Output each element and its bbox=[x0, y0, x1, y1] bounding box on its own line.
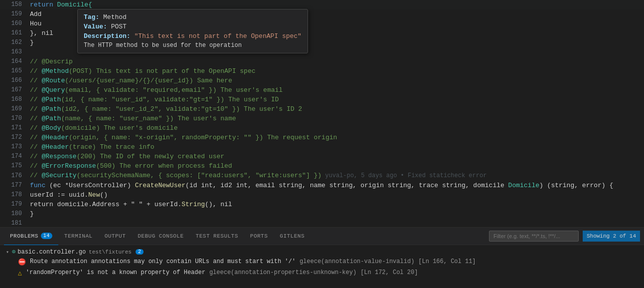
tab-debug-console[interactable]: DEBUG CONSOLE bbox=[132, 228, 189, 245]
line-content: return Domicile{ bbox=[30, 0, 640, 9]
line-number: 168 bbox=[4, 95, 22, 104]
line-number: 180 bbox=[4, 209, 22, 219]
line-content: // @Header(origin, { name: "x-origin", r… bbox=[30, 133, 640, 142]
line-number: 176 bbox=[4, 171, 22, 181]
tooltip-desc-label: Description: bbox=[84, 32, 131, 40]
line-number: 171 bbox=[4, 123, 22, 133]
tab-badge: 14 bbox=[41, 233, 52, 239]
line-number: 179 bbox=[4, 200, 22, 209]
tab-test-results[interactable]: TEST RESULTS bbox=[190, 228, 244, 245]
tab-label: TERMINAL bbox=[64, 233, 93, 239]
line-number: 159 bbox=[4, 9, 22, 19]
line-content: // @Method(POST) This text is not part o… bbox=[30, 66, 640, 76]
tab-problems[interactable]: PROBLEMS14 bbox=[4, 228, 58, 245]
line-content: // @Body(domicile) The user's domicile bbox=[30, 123, 640, 133]
code-line: 166// @Route(/users/{user_name}/{}/{user… bbox=[0, 76, 644, 85]
tab-output[interactable]: OUTPUT bbox=[99, 228, 132, 245]
code-line: 173// @Header(trace) The trace info bbox=[0, 142, 644, 152]
tooltip-desc-row: Description: "This text is not part of t… bbox=[84, 32, 302, 40]
line-number: 160 bbox=[4, 19, 22, 28]
line-content: // @Security(securitySchemaName, { scope… bbox=[30, 171, 640, 181]
problem-message: 'randomProperty' is not a known property… bbox=[26, 269, 205, 276]
code-line: 181 bbox=[0, 219, 644, 227]
problem-code: gleece(annotation-value-invalid) bbox=[300, 258, 414, 265]
tooltip-desc-text: "This text is not part of the OpenAPI sp… bbox=[134, 32, 301, 40]
code-line: 171// @Body(domicile) The user's domicil… bbox=[0, 123, 644, 133]
problem-row[interactable]: △'randomProperty' is not a known propert… bbox=[0, 268, 644, 279]
line-number: 164 bbox=[4, 57, 22, 66]
line-content: // @Header(trace) The trace info bbox=[30, 142, 640, 152]
tab-label: PORTS bbox=[250, 233, 268, 239]
tab-label: PROBLEMS bbox=[10, 233, 38, 239]
tab-label: TEST RESULTS bbox=[196, 233, 238, 239]
problem-code: gleece(annotation-properties-unknown-key… bbox=[209, 269, 356, 276]
tab-ports[interactable]: PORTS bbox=[244, 228, 274, 245]
line-number: 167 bbox=[4, 85, 22, 95]
file-icon: ⊙ bbox=[12, 248, 15, 256]
problem-location: [Ln 172, Col 20] bbox=[360, 269, 418, 276]
showing-count: Showing 2 of 14 bbox=[583, 231, 640, 242]
code-line: 158 return Domicile{ bbox=[0, 0, 644, 9]
problem-rows: ⛔Route annotation annotations may only c… bbox=[0, 257, 644, 279]
line-number: 170 bbox=[4, 114, 22, 123]
line-number: 162 bbox=[4, 38, 22, 47]
code-line: 174// @Response(200) The ID of the newly… bbox=[0, 152, 644, 161]
problems-panel: ▾ ⊙ basic.controller.go test\fixtures 2 … bbox=[0, 245, 644, 288]
code-line: 169// @Path(id2, { name: "user_id_2", va… bbox=[0, 104, 644, 114]
line-content: func (ec *UsersController) CreateNewUser… bbox=[30, 181, 640, 190]
code-line: 177func (ec *UsersController) CreateNewU… bbox=[0, 181, 644, 190]
code-line: 165// @Method(POST) This text is not par… bbox=[0, 66, 644, 76]
file-problem-count: 2 bbox=[136, 249, 144, 255]
hover-tooltip: Tag: Method Value: POST Description: "Th… bbox=[77, 9, 308, 53]
code-line: 168// @Path(id, { name: "user_id", valid… bbox=[0, 95, 644, 104]
tab-label: DEBUG CONSOLE bbox=[138, 233, 183, 239]
tooltip-tag-value: Method bbox=[103, 13, 127, 21]
code-editor[interactable]: 158 return Domicile{159 Add160 Hou161 },… bbox=[0, 0, 644, 227]
tooltip-value-label: Value: bbox=[84, 23, 107, 30]
line-number: 178 bbox=[4, 190, 22, 200]
error-icon: ⛔ bbox=[18, 258, 26, 266]
code-line: 175// @ErrorResponse(500) The error when… bbox=[0, 161, 644, 171]
line-number: 175 bbox=[4, 161, 22, 171]
tab-label: OUTPUT bbox=[105, 233, 126, 239]
line-content: return domicile.Address + " " + userId.S… bbox=[30, 200, 640, 209]
line-number: 165 bbox=[4, 66, 22, 76]
panel-tab-bar: PROBLEMS14TERMINALOUTPUTDEBUG CONSOLETES… bbox=[0, 228, 644, 245]
problem-row[interactable]: ⛔Route annotation annotations may only c… bbox=[0, 257, 644, 268]
file-name: basic.controller.go bbox=[17, 249, 86, 256]
tab-label: GITLENS bbox=[280, 233, 305, 239]
line-content: // @Path(id2, { name: "user_id_2", valid… bbox=[30, 104, 640, 114]
line-content: // @Path(id, { name: "user_id", validate… bbox=[30, 95, 640, 104]
filter-input[interactable] bbox=[489, 231, 579, 242]
code-line: 179 return domicile.Address + " " + user… bbox=[0, 200, 644, 209]
line-number: 169 bbox=[4, 104, 22, 114]
code-line: 170// @Path(name, { name: "user_name" })… bbox=[0, 114, 644, 123]
bottom-panel: PROBLEMS14TERMINALOUTPUTDEBUG CONSOLETES… bbox=[0, 227, 644, 288]
line-content: // @Response(200) The ID of the newly cr… bbox=[30, 152, 640, 161]
line-content: userId := uuid.New() bbox=[30, 190, 640, 200]
line-content: // @Descrip bbox=[30, 57, 640, 66]
tooltip-tag-label: Tag: bbox=[84, 13, 99, 21]
line-number: 158 bbox=[4, 0, 22, 9]
problem-location: [Ln 166, Col 11] bbox=[418, 258, 476, 265]
line-number: 174 bbox=[4, 152, 22, 161]
code-line: 178 userId := uuid.New() bbox=[0, 190, 644, 200]
line-number: 161 bbox=[4, 28, 22, 38]
tab-gitlens[interactable]: GITLENS bbox=[274, 228, 311, 245]
line-number: 172 bbox=[4, 133, 22, 142]
tooltip-value-row: Value: POST bbox=[84, 23, 302, 30]
code-line: 176// @Security(securitySchemaName, { sc… bbox=[0, 171, 644, 181]
code-line: 167// @Query(email, { validate: "require… bbox=[0, 85, 644, 95]
problem-file-row[interactable]: ▾ ⊙ basic.controller.go test\fixtures 2 bbox=[0, 247, 644, 257]
line-number: 181 bbox=[4, 219, 22, 227]
warning-icon: △ bbox=[18, 269, 22, 277]
line-content: // @Route(/users/{user_name}/{}/{user_id… bbox=[30, 76, 640, 85]
line-content: // @Query(email, { validate: "required,e… bbox=[30, 85, 640, 95]
line-number: 177 bbox=[4, 181, 22, 190]
tab-terminal[interactable]: TERMINAL bbox=[58, 228, 99, 245]
tooltip-value-value: POST bbox=[111, 23, 127, 30]
problem-message: Route annotation annotations may only co… bbox=[30, 258, 296, 265]
tooltip-note: The HTTP method to be used for the opera… bbox=[84, 42, 302, 49]
line-content: } bbox=[30, 209, 640, 219]
line-content: // @Path(name, { name: "user_name" }) Th… bbox=[30, 114, 640, 123]
